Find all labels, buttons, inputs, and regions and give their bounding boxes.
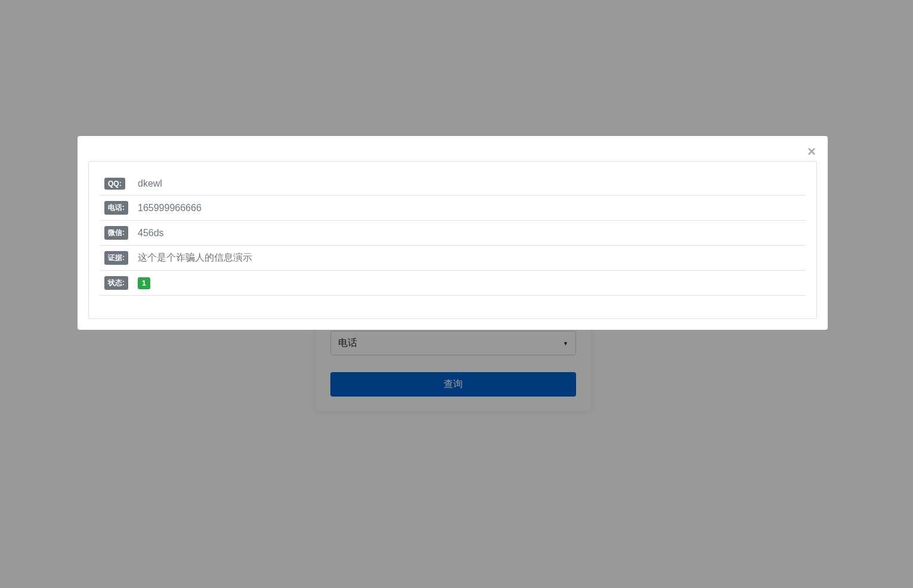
modal-body: QQ: dkewl 电话: 165999966666 微信: 456ds 证据:…: [88, 161, 817, 319]
result-table: QQ: dkewl 电话: 165999966666 微信: 456ds 证据:…: [100, 172, 806, 296]
wechat-value: 456ds: [138, 228, 164, 238]
result-row-evidence: 证据: 这个是个诈骗人的信息演示: [100, 246, 806, 271]
evidence-value: 这个是个诈骗人的信息演示: [138, 252, 252, 262]
phone-label: 电话:: [104, 201, 128, 215]
phone-value: 165999966666: [138, 203, 202, 213]
result-card: QQ: dkewl 电话: 165999966666 微信: 456ds 证据:…: [88, 161, 817, 319]
result-row-wechat: 微信: 456ds: [100, 221, 806, 246]
qq-label: QQ:: [104, 178, 125, 190]
wechat-label: 微信:: [104, 226, 128, 240]
evidence-label: 证据:: [104, 251, 128, 265]
qq-value: dkewl: [138, 178, 162, 188]
result-row-status: 状态: 1: [100, 271, 806, 296]
result-modal: × QQ: dkewl 电话: 165999966666 微信: 456ds 证…: [78, 136, 828, 330]
result-row-phone: 电话: 165999966666: [100, 196, 806, 221]
status-label: 状态:: [104, 276, 128, 290]
status-value: 1: [138, 277, 150, 289]
result-row-qq: QQ: dkewl: [100, 172, 806, 196]
close-icon[interactable]: ×: [807, 144, 816, 159]
